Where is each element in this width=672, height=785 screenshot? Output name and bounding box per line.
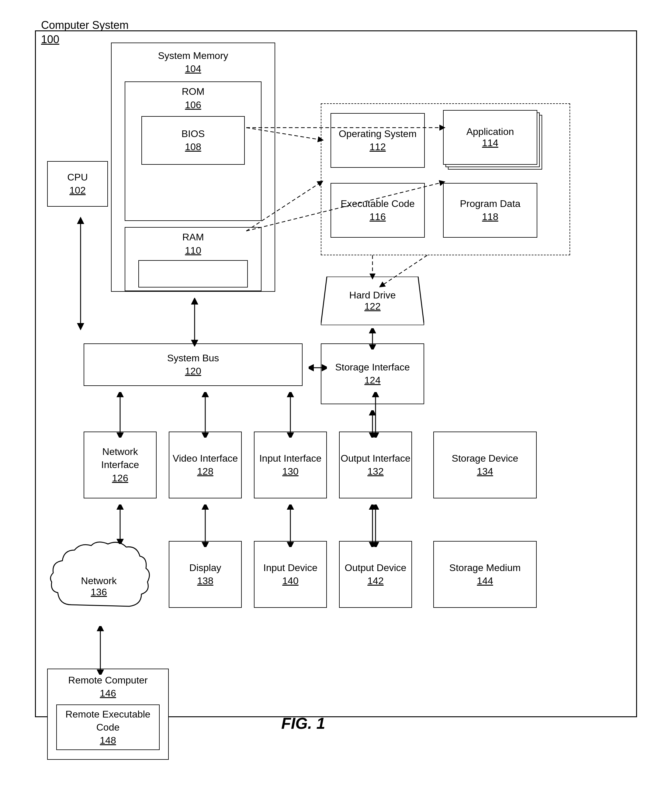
harddrive-storageint-arrow (365, 328, 380, 349)
output-interface-box: Output Interface 132 (339, 432, 412, 499)
storage-device-box: Storage Device 134 (433, 432, 537, 499)
sysbus-inputint-arrow (283, 392, 298, 438)
sysbus-netint-arrow (113, 392, 128, 438)
network-cloud: Network 136 (47, 535, 150, 620)
hard-drive: Hard Drive 122 (321, 277, 424, 325)
outputint-outputdev-arrow (368, 505, 383, 547)
page-container: Computer System 100 CPU 102 System Memor… (17, 12, 655, 772)
system-bus-box: System Bus 120 (84, 343, 302, 386)
videoint-display-arrow (197, 505, 213, 547)
netint-network-arrow (113, 505, 128, 544)
program-data-box: Program Data 118 (443, 183, 537, 238)
ram-inner-box (138, 260, 248, 288)
application-stacked: Application 114 (443, 110, 547, 171)
ram-box: RAM 110 (125, 227, 262, 291)
sysbus-videoint-arrow (197, 392, 213, 438)
display-box: Display 138 (169, 541, 242, 608)
network-interface-box: Network Interface 126 (84, 432, 157, 499)
os-box: Operating System 112 (331, 113, 425, 168)
sysbus-storageint-arrow (309, 356, 327, 380)
system-memory-box: System Memory 104 ROM 106 BIOS 108 RAM 1… (111, 42, 275, 292)
inputint-inputdev-arrow (283, 505, 298, 547)
storage-medium-box: Storage Medium 144 (433, 541, 537, 608)
remote-computer-box: Remote Computer 146 Remote Executable Co… (47, 669, 169, 760)
output-device-box: Output Device 142 (339, 541, 412, 608)
bios-box: BIOS 108 (141, 116, 245, 165)
cpu-sysbus-arrow (73, 213, 88, 334)
input-device-box: Input Device 140 (254, 541, 327, 608)
video-interface-box: Video Interface 128 (169, 432, 242, 499)
input-interface-box: Input Interface 130 (254, 432, 327, 499)
network-remotecomp-arrow (93, 626, 108, 675)
sysbus-outputint-arrow (368, 392, 383, 438)
executable-code-box: Executable Code 116 (331, 183, 425, 238)
remote-executable-code-box: Remote Executable Code 148 (56, 704, 160, 750)
sysmem-sysbus-arrow (187, 298, 202, 346)
fig-label: FIG. 1 (281, 714, 325, 732)
rom-box: ROM 106 BIOS 108 (125, 81, 262, 221)
cpu-box: CPU 102 (47, 161, 108, 206)
dashed-region: Operating System 112 Application 114 Exe… (321, 103, 570, 255)
